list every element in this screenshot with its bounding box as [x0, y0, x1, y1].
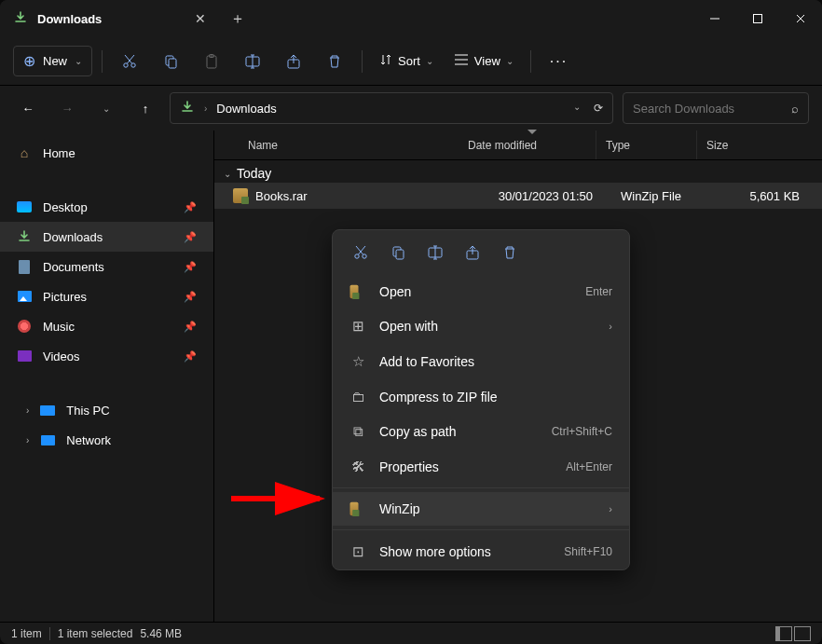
chevron-down-icon: ⌄: [224, 169, 231, 179]
close-tab-icon[interactable]: ✕: [195, 11, 206, 26]
maximize-button[interactable]: [736, 0, 779, 37]
ctx-shortcut: Ctrl+Shift+C: [552, 425, 612, 438]
ctx-open-with[interactable]: ⊞Open with›: [333, 308, 629, 344]
separator: [530, 50, 531, 73]
chevron-down-icon: ⌄: [75, 56, 82, 66]
sidebar: ⌂ Home Desktop📌 Downloads📌 Documents📌 Pi…: [0, 130, 214, 622]
sidebar-item-desktop[interactable]: Desktop📌: [0, 192, 213, 222]
ctx-compress-zip[interactable]: 🗀Compress to ZIP file: [333, 379, 629, 414]
chevron-right-icon: ›: [609, 503, 612, 514]
sidebar-item-music[interactable]: Music📌: [0, 311, 213, 341]
sidebar-item-videos[interactable]: Videos📌: [0, 341, 213, 371]
minimize-button[interactable]: [693, 0, 736, 37]
ctx-properties[interactable]: 🛠PropertiesAlt+Enter: [333, 449, 629, 484]
back-button[interactable]: ←: [13, 93, 43, 123]
chevron-right-icon: ›: [204, 103, 207, 114]
chevron-down-icon[interactable]: ⌄: [573, 102, 581, 115]
open-with-icon: ⊞: [349, 318, 366, 335]
ctx-label: Properties: [379, 459, 439, 474]
sort-button[interactable]: Sort ⌄: [372, 48, 441, 75]
col-type[interactable]: Type: [596, 130, 697, 159]
ctx-label: Open: [379, 284, 411, 299]
col-date[interactable]: Date modified: [459, 130, 596, 159]
details-view-button[interactable]: [775, 626, 792, 641]
file-row[interactable]: Books.rar 30/01/2023 01:50 WinZip File 5…: [214, 183, 822, 209]
sidebar-home[interactable]: ⌂ Home: [0, 138, 213, 168]
new-button[interactable]: ⊕ New ⌄: [13, 46, 92, 76]
pin-icon: 📌: [184, 231, 197, 243]
network-icon: [41, 435, 55, 445]
chevron-right-icon: ›: [26, 405, 29, 416]
more-button[interactable]: ···: [541, 53, 577, 70]
sidebar-label: Pictures: [43, 290, 87, 304]
close-button[interactable]: [779, 0, 822, 37]
thumbnails-view-button[interactable]: [794, 626, 811, 641]
sidebar-label: Desktop: [43, 200, 88, 214]
up-button[interactable]: ↑: [130, 93, 160, 123]
ctx-shortcut: Shift+F10: [564, 545, 612, 558]
pictures-icon: [18, 291, 32, 302]
ctx-winzip[interactable]: WinZip›: [333, 492, 629, 526]
paste-button[interactable]: [194, 45, 229, 78]
cut-button[interactable]: [346, 240, 376, 266]
copy-button[interactable]: [383, 240, 413, 266]
separator: [49, 627, 50, 640]
sidebar-label: Downloads: [43, 230, 103, 244]
ctx-add-favorites[interactable]: ☆Add to Favorites: [333, 344, 629, 379]
ctx-shortcut: Alt+Enter: [566, 460, 612, 473]
svg-point-2: [124, 62, 128, 66]
pin-icon: 📌: [184, 201, 197, 213]
ctx-show-more[interactable]: ⊡Show more optionsShift+F10: [333, 534, 629, 569]
ctx-label: Show more options: [379, 544, 491, 559]
delete-button[interactable]: [495, 240, 525, 266]
new-tab-button[interactable]: ＋: [219, 9, 256, 29]
zip-icon: 🗀: [349, 389, 366, 404]
tab-downloads[interactable]: Downloads ✕: [0, 0, 219, 37]
cut-button[interactable]: [112, 45, 147, 78]
search-input[interactable]: [633, 102, 791, 116]
sidebar-network[interactable]: ›Network: [6, 425, 213, 455]
ctx-label: Add to Favorites: [379, 354, 474, 369]
ctx-label: Open with: [379, 319, 438, 334]
music-icon: [18, 320, 31, 333]
share-button[interactable]: [458, 240, 487, 266]
sidebar-item-documents[interactable]: Documents📌: [0, 252, 213, 281]
view-button[interactable]: View ⌄: [446, 48, 521, 75]
forward-button[interactable]: →: [52, 93, 82, 123]
chevron-right-icon: ›: [26, 435, 29, 445]
sort-label: Sort: [398, 54, 420, 68]
sidebar-home-label: Home: [43, 146, 75, 160]
ctx-open[interactable]: OpenEnter: [333, 275, 629, 308]
winzip-file-icon: [233, 188, 248, 203]
separator: [333, 487, 629, 488]
sidebar-item-pictures[interactable]: Pictures📌: [0, 281, 213, 311]
col-size[interactable]: Size: [697, 130, 781, 159]
document-icon: [19, 260, 30, 274]
file-type: WinZip File: [611, 189, 716, 203]
svg-point-3: [131, 62, 135, 66]
refresh-button[interactable]: ⟳: [594, 102, 603, 115]
copy-button[interactable]: [153, 45, 188, 78]
search-box[interactable]: ⌕: [623, 92, 809, 124]
svg-point-14: [355, 254, 359, 258]
rename-button[interactable]: [420, 240, 450, 266]
delete-button[interactable]: [317, 45, 352, 78]
pc-icon: [40, 405, 55, 416]
ctx-label: Compress to ZIP file: [379, 390, 498, 404]
download-icon: [13, 10, 28, 28]
separator: [362, 50, 363, 73]
rename-button[interactable]: [235, 45, 270, 78]
file-name: Books.rar: [255, 189, 477, 203]
sidebar-thispc[interactable]: ›This PC: [6, 395, 213, 425]
sidebar-item-downloads[interactable]: Downloads📌: [0, 222, 213, 252]
recent-button[interactable]: ⌄: [91, 93, 121, 123]
toolbar: ⊕ New ⌄ Sort ⌄ View ⌄ ···: [0, 37, 822, 86]
col-name[interactable]: Name: [239, 130, 459, 159]
separator: [102, 50, 103, 73]
share-button[interactable]: [276, 45, 311, 78]
properties-icon: 🛠: [349, 459, 366, 474]
ctx-copy-path[interactable]: ⧉Copy as pathCtrl+Shift+C: [333, 414, 629, 449]
group-today[interactable]: ⌄ Today: [214, 160, 822, 183]
address-bar[interactable]: › Downloads ⌄ ⟳: [170, 92, 613, 124]
status-bar: 1 item 1 item selected 5.46 MB: [0, 622, 822, 644]
